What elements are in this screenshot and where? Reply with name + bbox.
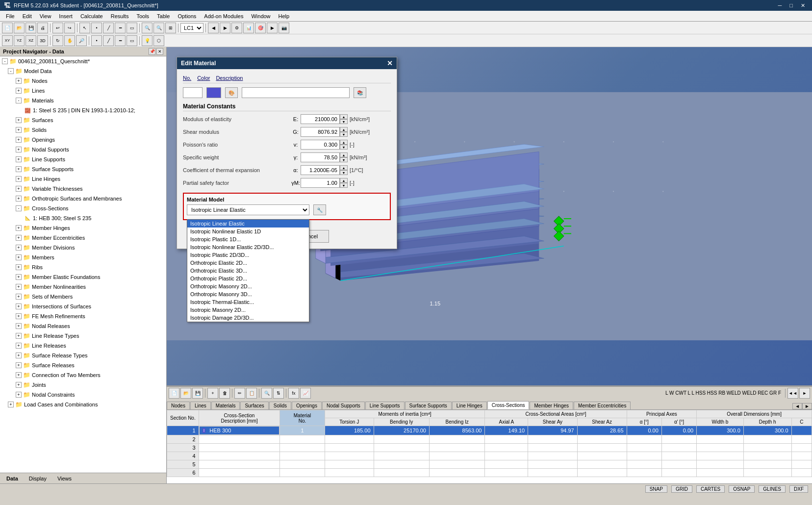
lc-combo[interactable]: LC1 [180,23,203,33]
tree-line-supports[interactable]: + 📁 Line Supports [0,154,166,164]
tree-members[interactable]: + 📁 Members [0,252,166,262]
expand-materials[interactable]: - [16,98,22,103]
expand-model-data[interactable]: - [8,68,14,74]
bottom-tb-sort[interactable]: ⇅ [273,388,284,399]
expand-var-thick[interactable]: + [16,186,22,192]
bottom-tb-filter[interactable]: 🔍 [261,388,272,399]
tree-orthotropic[interactable]: + 📁 Orthotropic Surfaces and Membranes [0,194,166,203]
tree-surface-releases[interactable]: + 📁 Surface Releases [0,360,166,370]
tree-load-cases[interactable]: + 📁 Load Cases and Combinations [0,400,166,409]
tb-results[interactable]: 📊 [243,23,254,33]
tab-surfaces[interactable]: Surfaces [240,402,268,409]
tree-lines[interactable]: + 📁 Lines [0,86,166,96]
dropdown-item-isotropic-damage-2d3d[interactable]: Isotropic Damage 2D/3D... [187,314,309,322]
menu-tools[interactable]: Tools [132,12,153,20]
expand-solids[interactable]: + [16,127,22,133]
expand-root[interactable]: - [2,58,8,64]
tab-data[interactable]: Data [2,475,23,482]
tb-nav-prev[interactable]: ◀ [208,23,219,33]
menu-addon[interactable]: Add-on Modules [200,12,247,20]
tb-open[interactable]: 📂 [14,23,25,33]
tb-new[interactable]: 📄 [2,23,13,33]
tb-zoom-all[interactable]: ⊞ [165,23,176,33]
bottom-tb-next[interactable]: ► [799,388,810,399]
no-input[interactable]: 1 [183,87,203,98]
tree-line-hinges[interactable]: + 📁 Line Hinges [0,174,166,184]
snap-btn[interactable]: SNAP [645,485,667,493]
expand-joints[interactable]: + [16,382,22,388]
tree-cross-sections[interactable]: - 📁 Cross-Sections [0,203,166,213]
safety-down-btn[interactable]: ▼ [340,183,348,188]
grid-btn[interactable]: GRID [671,485,692,493]
shear-down-btn[interactable]: ▼ [340,132,348,137]
thermal-input[interactable] [301,165,340,175]
expand-line-hinges[interactable]: + [16,176,22,182]
expand-cross-sections[interactable]: - [16,205,22,211]
thermal-up-btn[interactable]: ▲ [340,165,348,170]
tab-line-supports[interactable]: Line Supports [365,402,405,409]
tree-openings[interactable]: + 📁 Openings [0,135,166,145]
expand-fe-mesh[interactable]: + [16,313,22,319]
tab-scroll-left[interactable]: ◄ [792,403,802,409]
dropdown-item-isotropic-linear[interactable]: Isotropic Linear Elastic [187,220,309,227]
spec-weight-down-btn[interactable]: ▼ [340,157,348,162]
expand-line-rel-types[interactable]: + [16,333,22,339]
bottom-tb-close[interactable]: ◄◄ [787,388,798,399]
tab-openings[interactable]: Openings [292,402,322,409]
tab-lines[interactable]: Lines [190,402,211,409]
tb2-surfaces-vis[interactable]: ▭ [127,35,137,46]
expand-load-cases[interactable]: + [8,402,14,407]
osnap-btn[interactable]: OSNAP [729,485,755,493]
tree-nodal-supports[interactable]: + 📁 Nodal Supports [0,145,166,154]
menu-insert[interactable]: Insert [55,12,76,20]
tb-view3d[interactable]: 🎯 [255,23,266,33]
tb-surface[interactable]: ▭ [127,23,137,33]
tree-line-releases[interactable]: + 📁 Line Releases [0,341,166,351]
expand-nodal-supports[interactable]: + [16,147,22,152]
expand-lines[interactable]: + [16,88,22,94]
expand-surfaces[interactable]: + [16,117,22,123]
dropdown-item-isotropic-nonlinear-2d3d[interactable]: Isotropic Nonlinear Elastic 2D/3D... [187,243,309,251]
table-row-4[interactable]: 4 [167,452,812,460]
bottom-tb-open[interactable]: 📂 [180,388,191,399]
table-row-1[interactable]: 1 IHEB 300 1 185.00 25170.00 8563.00 149… [167,426,812,435]
bottom-tb-edit[interactable]: ✏ [234,388,245,399]
tab-cross-sections[interactable]: Cross-Sections [487,401,530,409]
tree-solids[interactable]: + 📁 Solids [0,125,166,135]
dropdown-item-orthotropic-elastic-2d[interactable]: Orthotropic Elastic 2D... [187,259,309,267]
tb-screenshot[interactable]: 📷 [279,23,289,33]
tab-member-eccentricities[interactable]: Member Eccentricities [574,402,631,409]
dropdown-item-isotropic-plastic-2d3d[interactable]: Isotropic Plastic 2D/3D... [187,251,309,259]
expand-nodes[interactable]: + [16,78,22,84]
expand-orthotropic[interactable]: + [16,196,22,202]
tb2-1[interactable]: XY [2,35,13,46]
material-model-select[interactable]: Isotropic Linear Elastic [187,204,309,215]
tree-nodes[interactable]: + 📁 Nodes [0,76,166,86]
description-input[interactable]: Steel S 235 [242,87,350,98]
tree-material1[interactable]: 🧱 1: Steel S 235 | DIN EN 1993-1-1:2010-… [0,105,166,115]
tree-line-release-types[interactable]: + 📁 Line Release Types [0,331,166,341]
tb-node[interactable]: • [91,23,102,33]
description-browse-btn[interactable]: 📚 [354,87,366,98]
table-row-5[interactable]: 5 [167,460,812,469]
bottom-tb-new[interactable]: 📄 [169,388,179,399]
expand-members[interactable]: + [16,254,22,260]
minimize-btn[interactable]: ─ [775,2,785,9]
menu-view[interactable]: View [36,12,55,20]
close-btn[interactable]: ✕ [798,2,808,9]
tree-member-nonlin[interactable]: + 📁 Member Nonlinearities [0,282,166,292]
tree-fe-mesh[interactable]: + 📁 FE Mesh Refinements [0,311,166,321]
expand-nodal-releases[interactable]: + [16,323,22,329]
tab-views[interactable]: Views [53,475,76,482]
tree-sets-of-members[interactable]: + 📁 Sets of Members [0,292,166,302]
tab-scroll-right[interactable]: ► [802,403,812,409]
safety-up-btn[interactable]: ▲ [340,178,348,183]
tb-line[interactable]: ╱ [103,23,114,33]
tree-ribs[interactable]: + 📁 Ribs [0,262,166,272]
cartes-btn[interactable]: CARTES [696,485,725,493]
expand-ribs[interactable]: + [16,264,22,270]
expand-member-ecc[interactable]: + [16,235,22,241]
expand-line-releases[interactable]: + [16,343,22,349]
bottom-tb-formula[interactable]: fx [288,388,299,399]
tb-animate[interactable]: ▶ [267,23,278,33]
